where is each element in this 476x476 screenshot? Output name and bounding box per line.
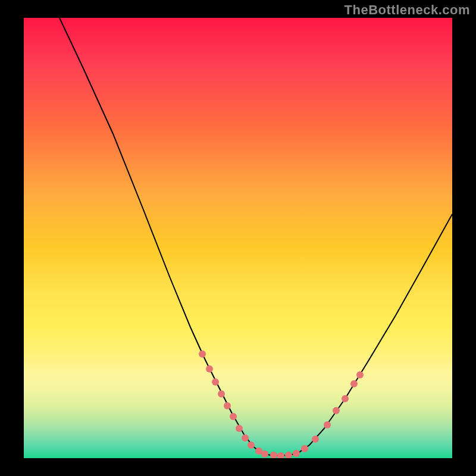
highlight-point bbox=[312, 436, 319, 443]
highlight-point bbox=[342, 395, 349, 402]
plot-area bbox=[24, 18, 452, 458]
highlight-point bbox=[350, 380, 358, 387]
highlight-point bbox=[242, 434, 249, 441]
curve-markers bbox=[199, 350, 364, 458]
highlight-point bbox=[199, 350, 206, 358]
bottleneck-curve bbox=[60, 18, 452, 456]
chart-svg bbox=[24, 18, 452, 458]
highlight-point bbox=[206, 365, 213, 372]
highlight-point bbox=[236, 425, 243, 432]
highlight-point bbox=[285, 452, 292, 458]
highlight-point bbox=[356, 371, 364, 378]
highlight-point bbox=[212, 378, 219, 386]
highlight-point bbox=[293, 450, 300, 457]
highlight-point bbox=[218, 390, 225, 397]
highlight-point bbox=[248, 441, 255, 449]
highlight-point bbox=[224, 402, 231, 409]
highlight-point bbox=[333, 407, 340, 414]
highlight-point bbox=[261, 450, 268, 458]
highlight-point bbox=[301, 445, 308, 452]
highlight-point bbox=[324, 421, 331, 428]
watermark: TheBottleneck.com bbox=[345, 2, 470, 18]
curve-line bbox=[60, 18, 452, 456]
highlight-point bbox=[277, 452, 284, 458]
highlight-point bbox=[230, 413, 237, 420]
highlight-point bbox=[270, 452, 277, 458]
